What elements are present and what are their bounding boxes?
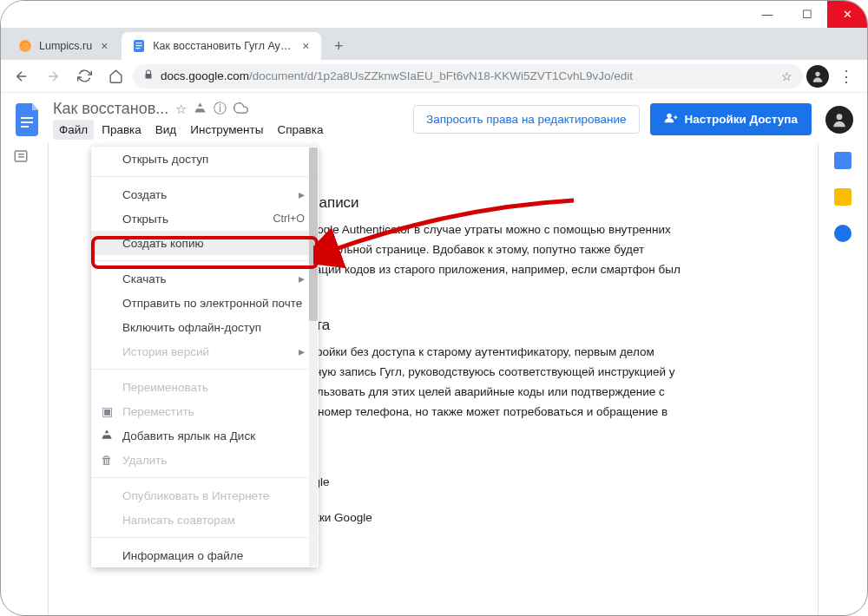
- person-add-icon: [664, 111, 678, 128]
- tab-title: Lumpics.ru: [39, 40, 92, 52]
- menu-help[interactable]: Справка: [271, 120, 329, 140]
- left-rail: [1, 148, 41, 167]
- window-maximize-button[interactable]: ☐: [787, 1, 827, 28]
- url-text: docs.google.com/document/d/1p2a8UsZZknwS…: [161, 69, 633, 82]
- menu-separator: [91, 176, 319, 177]
- info-icon[interactable]: ⓘ: [214, 101, 227, 117]
- nav-home-button[interactable]: [102, 62, 129, 90]
- right-rail: [825, 148, 860, 242]
- lock-icon: [143, 69, 154, 82]
- favicon-docs: [132, 39, 146, 53]
- tab-title: Как восстановить Гугл Аутентиc: [153, 40, 293, 52]
- menu-view[interactable]: Вид: [149, 120, 182, 140]
- menuitem-share-access[interactable]: Открыть доступ: [91, 147, 319, 171]
- menu-file[interactable]: Файл: [53, 120, 94, 140]
- calendar-addon-icon[interactable]: [834, 152, 852, 169]
- nav-back-button[interactable]: [8, 62, 36, 90]
- tasks-addon-icon[interactable]: [834, 225, 852, 242]
- menuitem-download[interactable]: Скачать▸: [91, 266, 319, 291]
- menu-separator: [91, 260, 319, 261]
- menu-separator: [91, 537, 319, 538]
- menuitem-email[interactable]: Отправить по электронной почте: [91, 291, 319, 315]
- submenu-arrow-icon: ▸: [299, 272, 305, 285]
- outline-toggle-icon[interactable]: [13, 148, 29, 167]
- menuitem-coauthors[interactable]: Написать соавторам: [91, 508, 319, 532]
- tab-close-icon[interactable]: ×: [300, 39, 311, 53]
- tab-lumpics[interactable]: Lumpics.ru ×: [8, 32, 120, 60]
- tab-close-icon[interactable]: ×: [99, 39, 109, 53]
- bookmark-star-icon[interactable]: ☆: [781, 69, 792, 83]
- svg-rect-6: [21, 117, 33, 119]
- svg-rect-4: [136, 48, 141, 49]
- address-bar[interactable]: docs.google.com/document/d/1p2a8UsZZknwS…: [133, 64, 803, 88]
- svg-rect-7: [21, 121, 33, 123]
- browser-tabstrip: Lumpics.ru × Как восстановить Гугл Аутен…: [1, 29, 867, 60]
- browser-menu-button[interactable]: ⋮: [832, 67, 860, 86]
- menuitem-rename[interactable]: Переименовать: [91, 375, 319, 399]
- browser-profile-avatar[interactable]: [806, 65, 829, 88]
- menuitem-move[interactable]: ▣Переместить: [91, 399, 319, 423]
- submenu-arrow-icon: ▸: [299, 344, 305, 358]
- browser-toolbar: docs.google.com/document/d/1p2a8UsZZknwS…: [1, 60, 867, 93]
- tab-docs[interactable]: Как восстановить Гугл Аутентиc ×: [122, 32, 321, 60]
- keep-addon-icon[interactable]: [834, 188, 852, 206]
- svg-point-5: [815, 71, 819, 75]
- docs-header: Как восстанов... ☆ ⓘ Файл Правка Вид Инс…: [1, 93, 867, 140]
- svg-point-9: [667, 114, 671, 118]
- share-button[interactable]: Настройки Доступа: [650, 103, 812, 135]
- window-titlebar: — ☐ ✕: [1, 1, 867, 29]
- menuitem-new[interactable]: Создать▸: [91, 182, 319, 206]
- window-minimize-button[interactable]: —: [747, 1, 787, 28]
- menuitem-make-copy[interactable]: Создать копию: [91, 231, 319, 255]
- nav-forward-button[interactable]: [39, 62, 67, 90]
- menuitem-version-history[interactable]: История версий▸: [91, 339, 319, 364]
- menu-tools[interactable]: Инструменты: [184, 120, 269, 140]
- menuitem-drive-shortcut[interactable]: Добавить ярлык на Диск: [91, 423, 319, 448]
- window-close-button[interactable]: ✕: [827, 1, 867, 28]
- request-edit-button[interactable]: Запросить права на редактирование: [413, 105, 640, 134]
- svg-rect-3: [136, 45, 142, 46]
- menu-separator: [91, 477, 319, 478]
- svg-rect-8: [21, 126, 29, 128]
- document-title[interactable]: Как восстанов...: [53, 100, 168, 118]
- submenu-arrow-icon: ▸: [299, 187, 305, 201]
- star-icon[interactable]: ☆: [175, 102, 187, 117]
- new-tab-button[interactable]: +: [326, 34, 351, 58]
- account-avatar[interactable]: [825, 106, 853, 134]
- menu-separator: [91, 369, 319, 370]
- drive-status-icon[interactable]: [194, 102, 207, 117]
- share-button-label: Настройки Доступа: [685, 113, 798, 126]
- trash-icon: 🗑: [100, 454, 114, 467]
- menuitem-delete[interactable]: 🗑Удалить: [91, 448, 319, 472]
- drive-icon: [100, 429, 114, 443]
- svg-rect-2: [136, 43, 142, 43]
- folder-icon: ▣: [100, 404, 114, 418]
- file-menu-dropdown: Открыть доступ Создать▸ ОткрытьCtrl+O Со…: [91, 147, 319, 567]
- menuitem-file-info[interactable]: Информация о файле: [91, 543, 319, 567]
- dropdown-scrollbar-thumb[interactable]: [309, 147, 318, 321]
- favicon-lumpics: [18, 39, 32, 53]
- menuitem-offline[interactable]: Включить офлайн-доступ: [91, 315, 319, 339]
- menu-edit[interactable]: Правка: [95, 120, 148, 140]
- shortcut-label: Ctrl+O: [273, 213, 305, 225]
- menuitem-open[interactable]: ОткрытьCtrl+O: [91, 206, 319, 231]
- docs-menubar: Файл Правка Вид Инструменты Справка: [53, 120, 404, 140]
- cloud-saved-icon[interactable]: [233, 101, 248, 118]
- svg-point-10: [837, 114, 843, 120]
- menuitem-publish[interactable]: Опубликовать в Интернете: [91, 483, 319, 508]
- nav-reload-button[interactable]: [70, 62, 98, 90]
- docs-logo-icon[interactable]: [13, 102, 44, 138]
